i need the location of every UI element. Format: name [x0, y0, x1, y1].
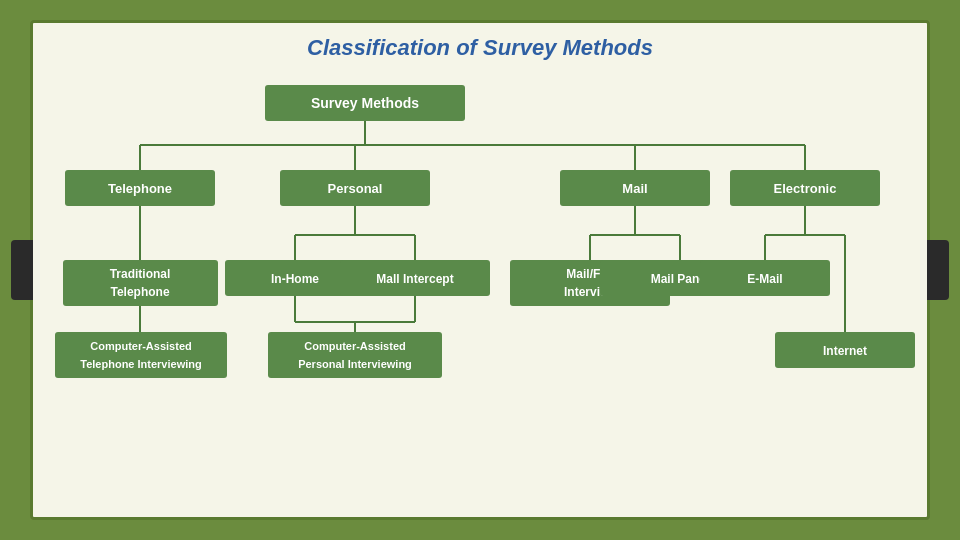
mall-intercept-label: Mall Intercept — [376, 272, 453, 286]
telephone-label: Telephone — [108, 181, 172, 196]
traditional-telephone-label: Traditional — [110, 267, 171, 281]
root-label: Survey Methods — [311, 95, 419, 111]
capi-node — [268, 332, 442, 378]
personal-label: Personal — [328, 181, 383, 196]
capi-label2: Personal Interviewing — [298, 358, 412, 370]
right-tab — [927, 240, 949, 300]
left-tab — [11, 240, 33, 300]
diagram: Survey Methods Telephone Personal Mail E… — [45, 75, 915, 475]
capi-label1: Computer-Assisted — [304, 340, 405, 352]
mail-label: Mail — [622, 181, 647, 196]
cati-label1: Computer-Assisted — [90, 340, 191, 352]
email-label: E-Mail — [747, 272, 782, 286]
electronic-label: Electronic — [774, 181, 837, 196]
slide-title: Classification of Survey Methods — [307, 35, 653, 61]
slide: Classification of Survey Methods Survey … — [30, 20, 930, 520]
traditional-telephone-label2: Telephone — [110, 285, 169, 299]
internet-label: Internet — [823, 344, 867, 358]
cati-label2: Telephone Interviewing — [80, 358, 201, 370]
inhome-label: In-Home — [271, 272, 319, 286]
cati-node — [55, 332, 227, 378]
